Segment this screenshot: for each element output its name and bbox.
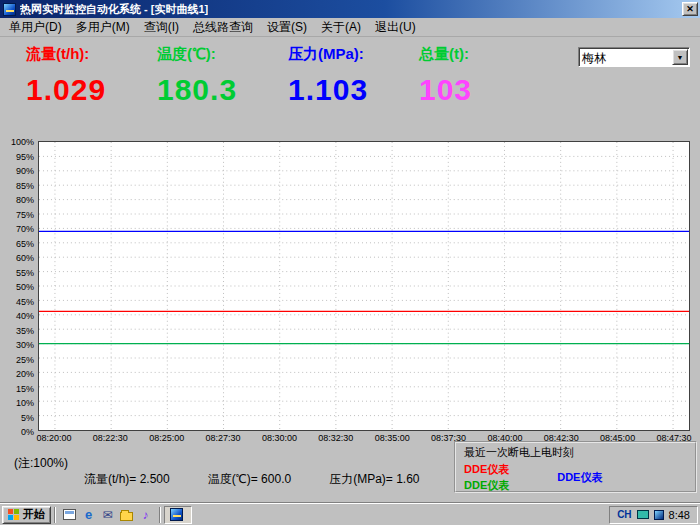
chart-y-axis: 100%95%90%85%80%75%70%65%60%55%50%45%40%…	[0, 141, 38, 447]
metric-temperature: 温度(℃): 180.3	[157, 45, 288, 135]
tray-app-icon[interactable]	[654, 510, 664, 520]
x-tick-label: 08:30:00	[262, 433, 297, 443]
y-tick-label: 80%	[16, 195, 34, 205]
metric-flow: 流量(t/h): 1.029	[26, 45, 157, 135]
x-tick-label: 08:27:30	[206, 433, 241, 443]
show-desktop-icon[interactable]	[62, 507, 77, 522]
media-player-icon[interactable]: ♪	[138, 507, 153, 522]
internet-explorer-icon[interactable]: e	[81, 507, 96, 522]
menu-item-about[interactable]: 关于(A)	[314, 18, 368, 37]
mail-icon[interactable]: ✉	[100, 507, 115, 522]
y-tick-label: 50%	[16, 282, 34, 292]
x-tick-label: 08:35:00	[375, 433, 410, 443]
metrics-row: 流量(t/h): 1.029 温度(℃): 180.3 压力(MPa): 1.1…	[0, 37, 700, 135]
taskbar-divider	[54, 507, 56, 523]
folder-icon[interactable]	[119, 507, 134, 522]
taskbar-divider-2	[159, 507, 161, 523]
menu-item-busline-query[interactable]: 总线路查询	[186, 18, 260, 37]
dde-meter-blue: DDE仪表	[557, 470, 602, 485]
metric-pressure: 压力(MPa): 1.103	[288, 45, 419, 135]
y-tick-label: 100%	[11, 137, 34, 147]
bottom-zone: (注:100%) 流量(t/h)= 2.500 温度(℃)= 600.0 压力(…	[0, 447, 700, 503]
station-selector-value: 梅林	[579, 48, 671, 66]
taskbar-clock: 8:48	[669, 509, 690, 521]
y-tick-label: 90%	[16, 166, 34, 176]
chart-plot-wrap: 08:20:0008:22:3008:25:0008:27:3008:30:00…	[38, 141, 690, 447]
close-button[interactable]: ✕	[682, 2, 698, 16]
chart-plot	[38, 141, 690, 431]
start-button-label: 开始	[23, 507, 45, 522]
metric-pressure-label: 压力(MPa):	[288, 45, 419, 64]
active-window-task-button[interactable]	[164, 506, 192, 524]
y-tick-label: 75%	[16, 210, 34, 220]
x-tick-label: 08:25:00	[149, 433, 184, 443]
power-panel-right-column: DDE仪表	[557, 462, 602, 493]
y-tick-label: 10%	[16, 398, 34, 408]
power-panel-title: 最近一次断电上电时刻	[464, 445, 687, 460]
title-bar: 热网实时监控自动化系统 - [实时曲线1] ✕	[0, 0, 700, 18]
quick-launch-bar: e ✉ ♪	[59, 507, 156, 522]
y-tick-label: 65%	[16, 239, 34, 249]
station-selector[interactable]: 梅林 ▼	[578, 47, 690, 67]
power-panel-left-column: DDE仪表 DDE仪表	[464, 462, 509, 493]
y-tick-label: 95%	[16, 152, 34, 162]
y-tick-label: 25%	[16, 355, 34, 365]
taskbar: 开始 e ✉ ♪ CH 8:48	[0, 503, 700, 525]
scale-note: (注:100%)	[14, 455, 68, 472]
input-method-indicator[interactable]: CH	[617, 509, 631, 520]
y-tick-label: 45%	[16, 297, 34, 307]
y-tick-label: 15%	[16, 384, 34, 394]
windows-logo-icon	[8, 509, 20, 521]
start-button[interactable]: 开始	[2, 506, 51, 524]
metric-pressure-value: 1.103	[288, 73, 419, 107]
scale-pressure: 压力(MPa)= 1.60	[329, 471, 419, 488]
scale-temperature: 温度(℃)= 600.0	[208, 471, 291, 488]
y-tick-label: 35%	[16, 326, 34, 336]
metric-total-value: 103	[419, 73, 550, 107]
power-event-panel: 最近一次断电上电时刻 DDE仪表 DDE仪表 DDE仪表	[454, 441, 697, 493]
menu-item-query[interactable]: 查询(I)	[137, 18, 186, 37]
y-tick-label: 30%	[16, 340, 34, 350]
y-tick-label: 5%	[21, 413, 34, 423]
y-tick-label: 20%	[16, 369, 34, 379]
network-monitor-icon[interactable]	[637, 510, 649, 519]
trend-chart: 100%95%90%85%80%75%70%65%60%55%50%45%40%…	[0, 135, 700, 447]
dde-meter-green: DDE仪表	[464, 478, 509, 493]
menu-item-settings[interactable]: 设置(S)	[260, 18, 314, 37]
x-tick-label: 08:20:00	[36, 433, 71, 443]
y-tick-label: 60%	[16, 253, 34, 263]
system-tray: CH 8:48	[609, 506, 698, 524]
window-title: 热网实时监控自动化系统 - [实时曲线1]	[20, 2, 208, 17]
y-tick-label: 55%	[16, 268, 34, 278]
x-tick-label: 08:22:30	[93, 433, 128, 443]
menu-item-multi-user[interactable]: 多用户(M)	[69, 18, 137, 37]
metric-temperature-value: 180.3	[157, 73, 288, 107]
scale-values: 流量(t/h)= 2.500 温度(℃)= 600.0 压力(MPa)= 1.6…	[84, 471, 420, 488]
y-tick-label: 85%	[16, 181, 34, 191]
metric-flow-value: 1.029	[26, 73, 157, 107]
menu-item-single-user[interactable]: 单用户(D)	[2, 18, 69, 37]
dde-meter-red: DDE仪表	[464, 462, 509, 477]
metric-total: 总量(t): 103	[419, 45, 550, 135]
y-tick-label: 40%	[16, 311, 34, 321]
dropdown-arrow-icon[interactable]: ▼	[672, 49, 688, 65]
menu-bar: 单用户(D) 多用户(M) 查询(I) 总线路查询 设置(S) 关于(A) 退出…	[0, 18, 700, 37]
menu-item-exit[interactable]: 退出(U)	[368, 18, 423, 37]
metric-total-label: 总量(t):	[419, 45, 550, 64]
scale-flow: 流量(t/h)= 2.500	[84, 471, 170, 488]
metric-temperature-label: 温度(℃):	[157, 45, 288, 64]
app-icon	[3, 3, 16, 16]
x-tick-label: 08:32:30	[318, 433, 353, 443]
y-tick-label: 0%	[21, 427, 34, 437]
app-task-icon	[170, 508, 183, 521]
metric-flow-label: 流量(t/h):	[26, 45, 157, 64]
power-panel-grid: DDE仪表 DDE仪表 DDE仪表	[464, 462, 687, 493]
y-tick-label: 70%	[16, 224, 34, 234]
